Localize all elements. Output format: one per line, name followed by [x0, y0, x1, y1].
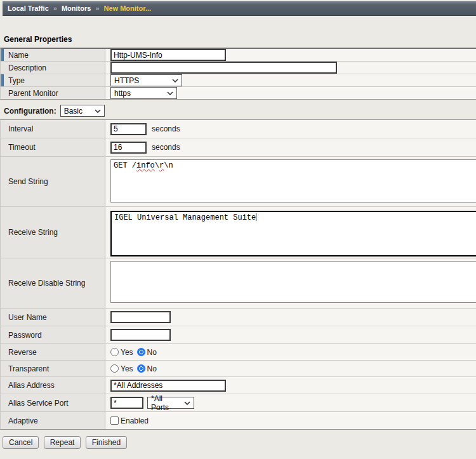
- type-label: Type: [8, 76, 25, 85]
- breadcrumb-item-monitors[interactable]: Monitors: [62, 4, 91, 12]
- text-caret: [256, 213, 256, 221]
- timeout-unit: seconds: [152, 143, 180, 152]
- configuration-label: Configuration:: [4, 107, 56, 116]
- alias-service-port-row: Alias Service Port *All Ports: [1, 394, 476, 412]
- breadcrumb-separator: »: [95, 4, 99, 12]
- password-label: Password: [8, 331, 42, 340]
- transparent-yes-radio[interactable]: [110, 364, 119, 373]
- configuration-mode-select[interactable]: Basic: [60, 105, 105, 117]
- alias-address-row: Alias Address: [1, 377, 476, 394]
- alias-service-port-select[interactable]: *All Ports: [147, 397, 194, 409]
- timeout-input[interactable]: [110, 142, 147, 154]
- reverse-row: Reverse Yes No: [1, 344, 476, 361]
- user-name-input[interactable]: [110, 311, 171, 323]
- transparent-row: Transparent Yes No: [1, 361, 476, 377]
- reverse-yes-label: Yes: [121, 348, 133, 357]
- interval-unit: seconds: [152, 124, 180, 133]
- transparent-yes-label: Yes: [121, 364, 133, 373]
- configuration-table: Interval seconds Timeout seconds Send St…: [0, 119, 476, 430]
- description-row: Description: [1, 62, 476, 74]
- parent-monitor-select[interactable]: https: [110, 87, 177, 99]
- interval-label: Interval: [8, 124, 33, 133]
- receive-disable-string-row: Receive Disable String: [1, 258, 476, 309]
- receive-string-textarea[interactable]: IGEL Universal Management Suite: [110, 211, 476, 256]
- reverse-no-radio[interactable]: [137, 348, 145, 356]
- finished-button[interactable]: Finished: [86, 436, 127, 449]
- alias-service-port-label: Alias Service Port: [8, 399, 69, 408]
- alias-address-input[interactable]: [110, 380, 226, 392]
- configuration-mode-line: Configuration: Basic: [4, 105, 476, 117]
- reverse-yes-radio[interactable]: [110, 348, 119, 356]
- parent-monitor-label: Parent Monitor: [8, 89, 58, 98]
- chevron-down-icon: [172, 79, 178, 83]
- send-string-textarea[interactable]: GET /info\r\n: [110, 159, 476, 203]
- footer-button-row: Cancel Repeat Finished: [3, 436, 476, 449]
- name-input[interactable]: [110, 49, 226, 61]
- receive-disable-string-textarea[interactable]: [110, 261, 476, 303]
- description-input[interactable]: [110, 62, 337, 74]
- breadcrumb-current-page: New Monitor...: [104, 4, 152, 12]
- interval-input[interactable]: [110, 123, 147, 135]
- user-name-label: User Name: [8, 313, 47, 322]
- general-properties-table: Name Description Type HTTPS Parent Monit…: [0, 48, 476, 100]
- send-string-label: Send String: [8, 177, 48, 186]
- chevron-down-icon: [95, 109, 101, 113]
- general-properties-heading: General Properties: [4, 35, 476, 44]
- name-label: Name: [8, 51, 29, 60]
- receive-disable-string-label: Receive Disable String: [8, 279, 85, 288]
- send-string-row: Send String GET /info\r\n: [1, 157, 476, 207]
- name-row: Name: [1, 49, 476, 62]
- receive-string-row: Receive String IGEL Universal Management…: [1, 207, 476, 258]
- parent-monitor-row: Parent Monitor https: [1, 87, 476, 99]
- transparent-no-radio[interactable]: [137, 364, 145, 373]
- password-input[interactable]: [110, 329, 171, 341]
- chevron-down-icon: [167, 91, 173, 95]
- alias-service-port-input[interactable]: [110, 397, 143, 409]
- cancel-button[interactable]: Cancel: [3, 436, 39, 449]
- type-select[interactable]: HTTPS: [110, 74, 182, 86]
- reverse-label: Reverse: [8, 348, 37, 357]
- chevron-down-icon: [184, 401, 190, 405]
- password-row: Password: [1, 326, 476, 344]
- adaptive-label: Adaptive: [8, 416, 38, 425]
- reverse-no-label: No: [147, 348, 157, 357]
- timeout-row: Timeout seconds: [1, 138, 476, 157]
- description-label: Description: [8, 63, 46, 72]
- user-name-row: User Name: [1, 309, 476, 326]
- repeat-button[interactable]: Repeat: [44, 436, 81, 449]
- breadcrumb: Local Traffic » Monitors » New Monitor..…: [3, 1, 476, 16]
- receive-string-label: Receive String: [8, 228, 58, 237]
- adaptive-enabled-label: Enabled: [121, 416, 149, 425]
- timeout-label: Timeout: [8, 143, 36, 152]
- breadcrumb-item-local-traffic[interactable]: Local Traffic: [8, 4, 49, 12]
- interval-row: Interval seconds: [1, 120, 476, 138]
- adaptive-row: Adaptive Enabled: [1, 412, 476, 429]
- adaptive-enabled-checkbox[interactable]: [110, 416, 119, 425]
- transparent-label: Transparent: [8, 364, 49, 373]
- alias-address-label: Alias Address: [8, 381, 55, 390]
- type-row: Type HTTPS: [1, 74, 476, 87]
- transparent-no-label: No: [147, 364, 157, 373]
- breadcrumb-separator: »: [53, 4, 57, 12]
